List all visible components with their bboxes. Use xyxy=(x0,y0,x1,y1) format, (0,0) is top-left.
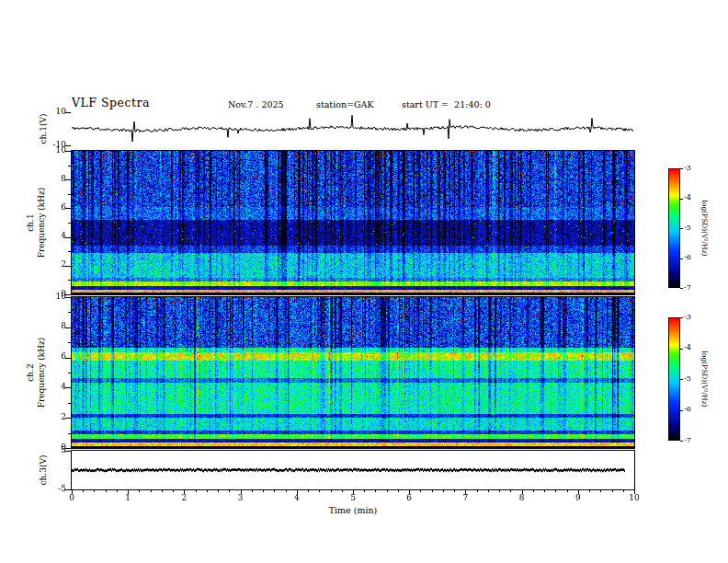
ch1-frequency-tick: 2 xyxy=(42,260,66,270)
tick-mark xyxy=(65,208,71,209)
tick-mark xyxy=(555,490,556,492)
colorbar-tick-label: -3 xyxy=(684,314,702,322)
station-label: station=GAK xyxy=(316,99,374,109)
x-tick-label: 9 xyxy=(571,494,586,503)
tick-mark xyxy=(68,280,71,281)
tick-mark xyxy=(83,490,84,492)
tick-mark xyxy=(578,490,579,494)
ch1-frequency-tick: 10 xyxy=(42,146,66,155)
tick-mark xyxy=(274,490,275,492)
tick-mark xyxy=(680,410,683,411)
ch1-channel-label: ch.1 xyxy=(26,213,35,231)
tick-mark xyxy=(612,490,613,492)
tick-mark xyxy=(522,490,523,494)
colorbar-tick-label: -6 xyxy=(684,254,702,262)
tick-mark xyxy=(68,403,71,404)
tick-mark xyxy=(162,490,163,492)
tick-mark xyxy=(65,327,71,328)
tick-mark xyxy=(600,490,601,492)
ch2-frequency-tick: 8 xyxy=(42,322,66,331)
tick-mark xyxy=(680,228,683,229)
tick-mark xyxy=(252,490,253,492)
x-tick-label: 7 xyxy=(458,494,472,503)
ch2-frequency-tick: 4 xyxy=(42,383,66,392)
ch1-frequency-axis-label: Frequency (kHz) xyxy=(37,188,46,259)
tick-mark xyxy=(680,441,683,442)
tick-mark xyxy=(218,490,219,492)
tick-mark xyxy=(263,490,264,492)
tick-mark xyxy=(65,358,71,359)
tick-mark xyxy=(68,223,71,224)
colorbar-tick-label: -4 xyxy=(684,194,702,202)
tick-mark xyxy=(65,151,71,152)
tick-mark xyxy=(207,490,208,492)
colorbar-tick-label: -5 xyxy=(684,224,702,233)
tick-mark xyxy=(477,490,478,492)
ch1-frequency-tick: 4 xyxy=(42,232,66,241)
tick-mark xyxy=(68,373,71,373)
ch2-frequency-tick: 10 xyxy=(42,293,66,302)
tick-mark xyxy=(680,199,683,200)
tick-mark xyxy=(319,490,320,492)
ch2-spectrogram xyxy=(71,296,635,449)
colorbar-tick-label: -3 xyxy=(684,165,702,173)
tick-mark xyxy=(634,490,635,494)
x-tick-label: 2 xyxy=(176,494,191,503)
tick-mark xyxy=(173,490,174,492)
tick-mark xyxy=(65,387,71,388)
tick-mark xyxy=(680,349,683,350)
vlf-spectra-figure: VLF Spectra Nov.7 . 2025 station=GAK sta… xyxy=(0,0,728,563)
colorbar-tick-label: -6 xyxy=(684,406,702,414)
ch1-spectrogram xyxy=(71,150,635,295)
colorbar-ch2 xyxy=(668,317,680,441)
ch3-voltage-axis-label: ch.3(V) xyxy=(39,455,48,486)
tick-mark xyxy=(196,490,197,492)
tick-mark xyxy=(151,490,152,492)
tick-mark xyxy=(623,490,624,492)
x-tick-label: 0 xyxy=(64,494,79,503)
ch1-frequency-tick: 8 xyxy=(42,175,66,184)
ch2-frequency-axis-label: Frequency (kHz) xyxy=(37,338,46,408)
colorbar-tick-label: -7 xyxy=(684,284,702,293)
time-axis-label: Time (min) xyxy=(72,505,634,515)
x-tick-label: 6 xyxy=(402,494,416,503)
tick-mark xyxy=(117,490,118,492)
tick-mark xyxy=(128,490,129,494)
start-ut-label: start UT = 21:40: 0 xyxy=(402,99,491,109)
ch2-channel-label: ch.2 xyxy=(26,363,35,381)
ch1-frequency-tick: 6 xyxy=(42,203,66,213)
tick-mark xyxy=(308,490,309,492)
tick-mark xyxy=(68,251,71,252)
tick-mark xyxy=(65,418,71,419)
tick-mark xyxy=(241,490,242,494)
tick-mark xyxy=(398,490,399,492)
ch2-frequency-tick: 6 xyxy=(42,352,66,362)
tick-mark xyxy=(680,317,683,318)
x-tick-label: 10 xyxy=(627,494,642,503)
tick-mark xyxy=(454,490,455,492)
tick-mark xyxy=(68,342,71,343)
tick-mark xyxy=(65,451,71,452)
x-tick-label: 5 xyxy=(346,494,360,503)
tick-mark xyxy=(229,490,230,492)
tick-mark xyxy=(544,490,545,492)
colorbar-ch1 xyxy=(668,168,680,288)
tick-mark xyxy=(342,490,343,492)
tick-mark xyxy=(375,490,376,492)
tick-mark xyxy=(589,490,590,492)
plot-title: VLF Spectra xyxy=(72,96,150,109)
tick-mark xyxy=(465,490,466,494)
tick-mark xyxy=(510,490,511,492)
tick-mark xyxy=(106,490,107,492)
tick-mark xyxy=(499,490,500,492)
ch2-frequency-tick: 2 xyxy=(42,413,66,422)
colorbar-tick-label: -7 xyxy=(684,437,702,445)
tick-mark xyxy=(680,259,683,259)
tick-mark xyxy=(488,490,489,492)
tick-mark xyxy=(65,297,71,298)
ch3-waveform-plot xyxy=(71,450,635,490)
tick-mark xyxy=(364,490,365,492)
tick-mark xyxy=(65,112,71,113)
tick-mark xyxy=(286,490,287,492)
tick-mark xyxy=(65,237,71,238)
